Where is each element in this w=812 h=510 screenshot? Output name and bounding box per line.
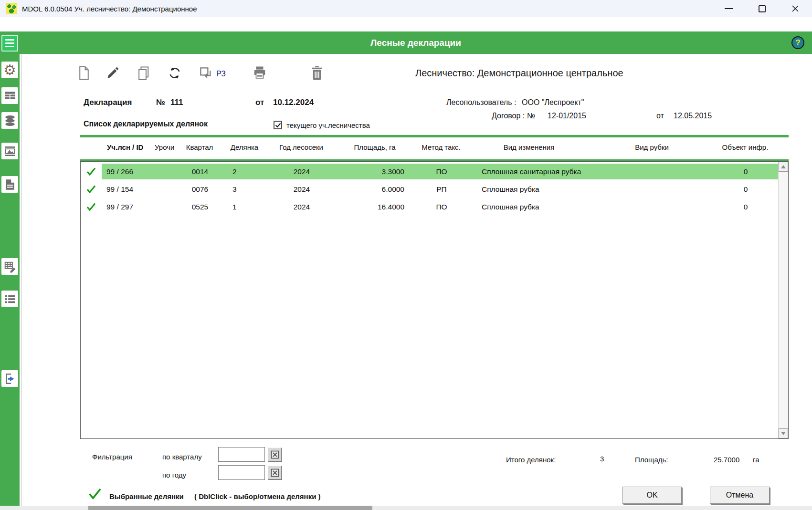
new-declaration-button[interactable] bbox=[78, 66, 90, 82]
table-row[interactable]: 99 / 297 0525 1 2024 16.4000 ПО Сплошная… bbox=[81, 198, 778, 216]
row-check-icon bbox=[86, 203, 96, 211]
sidebar-item-lists[interactable] bbox=[1, 291, 18, 307]
cell-delyanka: 2 bbox=[221, 164, 269, 179]
refresh-button[interactable] bbox=[168, 66, 182, 82]
table-vertical-scrollbar[interactable] bbox=[778, 162, 788, 438]
dblclick-hint: ( DblClick - выбор/отмена делянки ) bbox=[194, 492, 321, 500]
scroll-up-button[interactable] bbox=[779, 162, 788, 172]
totals-area-unit: га bbox=[753, 456, 759, 464]
app-window: MDOL 6.0.0504 Уч. лесничество: Демонстра… bbox=[0, 0, 812, 510]
copy-declaration-button[interactable] bbox=[137, 66, 150, 83]
cell-urochishche bbox=[155, 181, 179, 197]
trash-icon bbox=[311, 66, 323, 80]
cell-obekt-infr: 0 bbox=[713, 164, 778, 179]
print-button[interactable] bbox=[253, 66, 267, 81]
cell-vid-rubki bbox=[591, 164, 713, 179]
sidebar-item-exit[interactable] bbox=[1, 370, 18, 387]
close-icon bbox=[791, 5, 799, 12]
column-header: Объект инфр. bbox=[713, 143, 778, 151]
cell-metod: ПО bbox=[416, 164, 467, 179]
column-header: Метод такс. bbox=[415, 143, 467, 151]
delete-button[interactable] bbox=[311, 66, 323, 82]
sidebar-item-maps[interactable] bbox=[1, 143, 18, 159]
horizontal-scrollbar-thumb[interactable] bbox=[88, 506, 372, 510]
clear-kvartal-filter-button[interactable] bbox=[268, 448, 282, 461]
user-value: ООО "Леспроект" bbox=[522, 98, 584, 107]
declaration-date: 10.12.2024 bbox=[273, 98, 314, 107]
filter-title: Фильтрация bbox=[92, 453, 132, 461]
minimize-icon bbox=[725, 8, 733, 9]
totals-count-label: Итого делянок: bbox=[506, 456, 556, 464]
pencil-icon bbox=[105, 66, 120, 80]
row-check-icon bbox=[86, 185, 96, 193]
cell-vid-rubki bbox=[591, 181, 713, 197]
sidebar-item-registry[interactable] bbox=[1, 87, 18, 104]
cell-obekt-infr: 0 bbox=[713, 181, 778, 197]
refresh-icon bbox=[168, 66, 182, 80]
close-button[interactable] bbox=[779, 0, 812, 17]
list-title: Список декларируемых делянок bbox=[84, 120, 208, 128]
column-header: Площадь, га bbox=[334, 143, 415, 151]
cell-obekt-infr: 0 bbox=[713, 199, 778, 215]
copy-icon bbox=[137, 66, 150, 81]
titlebar: MDOL 6.0.0504 Уч. лесничество: Демонстра… bbox=[0, 0, 812, 17]
help-icon[interactable]: ? bbox=[791, 36, 804, 49]
table-row[interactable]: 99 / 154 0076 3 2024 6.0000 РП Сплошная … bbox=[81, 180, 778, 198]
hamburger-menu-icon bbox=[5, 39, 14, 47]
scroll-down-button[interactable] bbox=[779, 428, 788, 438]
totals-area-value: 25.7000 bbox=[714, 456, 739, 464]
cell-god-lesoseki: 2024 bbox=[269, 199, 335, 215]
content-panel: РЗ Лесничество: Демонстрационное централ… bbox=[21, 54, 812, 506]
selected-plots-label: Выбранные делянки bbox=[109, 492, 184, 500]
minimize-button[interactable] bbox=[712, 0, 745, 17]
page-title: Лесные декларации bbox=[370, 38, 461, 48]
forestry-label: Лесничество: Демонстрационное центрально… bbox=[415, 68, 623, 79]
cell-god-lesoseki: 2024 bbox=[269, 181, 335, 197]
sidebar-item-edit-tables[interactable] bbox=[1, 258, 18, 275]
declaration-number: 111 bbox=[170, 98, 183, 107]
exit-icon bbox=[4, 373, 16, 385]
horizontal-scrollbar[interactable] bbox=[0, 506, 812, 510]
column-header: Вид изменения bbox=[467, 143, 591, 151]
table-row[interactable]: 99 / 266 0014 2 2024 3.3000 ПО Сплошная … bbox=[81, 163, 778, 180]
year-filter-input[interactable] bbox=[218, 465, 265, 480]
cell-uchlsn-id: 99 / 266 bbox=[102, 164, 155, 179]
declared-plots-table: 99 / 266 0014 2 2024 3.3000 ПО Сплошная … bbox=[80, 159, 789, 439]
send-to-rz-button[interactable] bbox=[199, 66, 213, 82]
cell-urochishche bbox=[155, 199, 179, 215]
cancel-button[interactable]: Отмена bbox=[710, 487, 770, 504]
sidebar-item-settings[interactable] bbox=[1, 62, 18, 78]
green-divider bbox=[80, 135, 789, 137]
ok-button[interactable]: OK bbox=[622, 487, 682, 504]
declaration-label: Декларация bbox=[84, 98, 132, 107]
window-title: MDOL 6.0.0504 Уч. лесничество: Демонстра… bbox=[22, 5, 197, 13]
edit-declaration-button[interactable] bbox=[105, 66, 120, 82]
clear-year-filter-button[interactable] bbox=[268, 466, 282, 479]
table-header-row: Уч.лсн / ID Урочи Квартал Делянка Год ле… bbox=[80, 139, 778, 155]
cell-vid-izmeneniya: Сплошная санитарная рубка bbox=[467, 164, 591, 179]
window-controls bbox=[712, 0, 812, 17]
sidebar-item-main-menu[interactable] bbox=[1, 35, 18, 52]
column-header: Год лесосеки bbox=[268, 143, 334, 151]
registry-table-icon bbox=[4, 90, 16, 102]
document-icon bbox=[4, 178, 16, 191]
clear-x-icon bbox=[271, 468, 279, 477]
column-header: Уч.лсн / ID bbox=[101, 143, 155, 151]
contract-number: 12-01/2015 bbox=[548, 112, 586, 120]
checkbox-check-icon bbox=[275, 123, 281, 128]
sidebar-item-database[interactable] bbox=[1, 112, 18, 129]
current-forestry-checkbox[interactable] bbox=[274, 121, 282, 129]
cell-metod: РП bbox=[416, 181, 467, 197]
cell-delyanka: 3 bbox=[221, 181, 269, 197]
column-header: Делянка bbox=[221, 143, 268, 151]
table-edit-icon bbox=[4, 260, 16, 273]
cell-kvartal: 0014 bbox=[179, 164, 221, 179]
maximize-button[interactable] bbox=[745, 0, 779, 17]
kvartal-filter-input[interactable] bbox=[218, 447, 265, 462]
cell-ploshchad: 3.3000 bbox=[335, 164, 416, 179]
filter-by-year-label: по году bbox=[162, 471, 186, 479]
printer-icon bbox=[253, 66, 267, 79]
sidebar-item-documents[interactable] bbox=[1, 176, 18, 193]
arrow-down-icon bbox=[781, 432, 786, 435]
totals-count-value: 3 bbox=[600, 455, 604, 463]
